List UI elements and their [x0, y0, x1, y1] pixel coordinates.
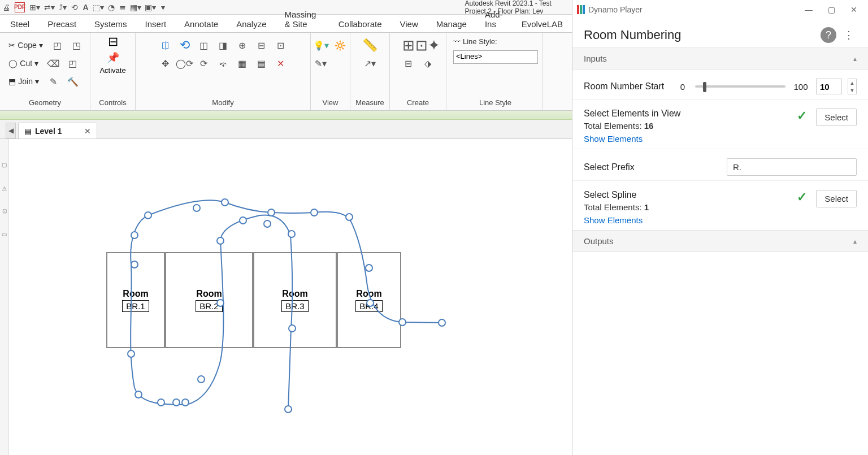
pdf-icon[interactable]: PDF [15, 2, 25, 12]
geom-icon-4[interactable]: ◰ [64, 55, 80, 71]
tab-collaborate[interactable]: Collaborate [329, 16, 391, 32]
measure2-icon[interactable]: ↗▾ [362, 55, 378, 71]
trim-icon[interactable]: ⊕ [235, 37, 250, 53]
align-icon[interactable]: ⎅ [158, 37, 173, 53]
canvas[interactable]: ▢◬⊡▭ Room BR.1 Room BR.2 Room BR.3 Room … [0, 139, 572, 455]
edit-icon[interactable]: ✎▾ [313, 55, 329, 71]
bulb-icon[interactable]: 💡▾ [313, 37, 329, 53]
tab-manage[interactable]: Manage [427, 16, 476, 32]
array-icon[interactable]: ▦ [235, 55, 250, 71]
offset-icon[interactable]: ⟲ [177, 37, 193, 53]
tab-addins[interactable]: Add-Ins [476, 6, 513, 32]
more-icon[interactable]: ⋮ [841, 27, 857, 43]
delete-icon[interactable]: ✕ [273, 55, 289, 71]
tab-scroll-left[interactable]: ◀ [6, 123, 16, 138]
tab-analyze[interactable]: Analyze [227, 16, 275, 32]
join-button[interactable]: ⬒ Join ▾ [5, 76, 42, 87]
tab-view[interactable]: View [390, 16, 427, 32]
doc-tab-level1[interactable]: ▤Level 1 ✕ [18, 123, 97, 138]
geom-icon-5[interactable]: ✎ [46, 73, 62, 89]
align-icon[interactable]: ⊞▾ [29, 2, 40, 12]
panel-geometry: ✂ Cope ▾ ◰ ◳ ◯ Cut ▾ ⌫ ◰ ⬒ Join ▾ ✎ 🔨 Ge… [0, 33, 90, 110]
room-3[interactable]: Room BR.3 [253, 252, 337, 348]
tab-precast[interactable]: Precast [38, 16, 85, 32]
panel-title: Line Style [479, 96, 511, 110]
close-icon[interactable]: ✕ [844, 3, 863, 16]
total-elements: Total Elements: 1 [584, 202, 791, 212]
mirror2-icon[interactable]: ◨ [215, 37, 231, 53]
spin-down-icon: ▼ [848, 86, 856, 94]
inputs-header[interactable]: Inputs ▴ [572, 47, 868, 70]
create-icon-2[interactable]: ⊡✦ [420, 37, 436, 53]
geom-icon-3[interactable]: ⌫ [45, 55, 61, 71]
split-icon[interactable]: ⊟ [254, 37, 270, 53]
copy-icon[interactable]: ◯⟳ [177, 55, 193, 71]
create-icon-3[interactable]: ⊟ [401, 55, 416, 71]
room-number: BR.1 [122, 300, 149, 312]
svg-point-24 [285, 406, 292, 413]
geom-icon-1[interactable]: ◰ [50, 37, 66, 53]
text-icon[interactable]: A [83, 2, 89, 12]
svg-point-7 [268, 209, 275, 216]
measure-icon[interactable]: 📏 [362, 37, 378, 53]
create-icon-4[interactable]: ⬗ [420, 55, 436, 71]
spinner[interactable]: ▲▼ [848, 79, 857, 94]
geom-icon-6[interactable]: 🔨 [65, 73, 81, 89]
show-elements-link[interactable]: Show Elements [584, 134, 643, 144]
move-icon[interactable]: ✥ [158, 55, 173, 71]
tab-steel[interactable]: Steel [1, 16, 38, 32]
trim-ext-icon[interactable]: ⤽ [215, 55, 231, 71]
panel-measure: 📏 ↗▾ Measure [350, 33, 390, 110]
grid-icon[interactable]: ▦▾ [131, 2, 141, 12]
slider-value-input[interactable] [816, 79, 842, 94]
select-button[interactable]: Select [816, 190, 857, 207]
outputs-header[interactable]: Outputs ▴ [572, 230, 868, 252]
rotate-icon[interactable]: ⟳ [196, 55, 212, 71]
circle-icon[interactable]: ◔ [108, 2, 115, 12]
show-elements-link[interactable]: Show Elements [584, 215, 643, 225]
room-2[interactable]: Room BR.2 [165, 252, 253, 348]
dynamo-titlebar[interactable]: Dynamo Player — ▢ ✕ [572, 0, 868, 19]
list-icon[interactable]: ≣ [119, 2, 126, 12]
rotate-icon[interactable]: ⟲ [71, 2, 78, 12]
dimension-icon[interactable]: ⇄▾ [44, 2, 54, 12]
collapse-icon: ▴ [853, 237, 857, 245]
maximize-icon[interactable]: ▢ [822, 3, 841, 16]
room-label: Room [196, 289, 222, 299]
cope-button[interactable]: ✂ Cope ▾ [5, 40, 46, 51]
prefix-input[interactable] [727, 158, 857, 176]
panel-title: View [323, 96, 338, 110]
revit-window: 🖨 PDF ⊞▾ ⇄▾ ⤴▾ ⟲ A ⬚▾ ◔ ≣ ▦▾ ▣▾ ▾ Autode… [0, 0, 572, 455]
view-controls[interactable]: ▢◬⊡▭ [0, 139, 9, 455]
room-1[interactable]: Room BR.1 [106, 252, 165, 348]
close-icon[interactable]: ✕ [84, 127, 91, 136]
page-icon[interactable]: ▣▾ [145, 2, 155, 12]
room-number: BR.4 [355, 300, 382, 312]
input-room-number-start: Room Number Start 0 100 ▲▼ [572, 70, 868, 99]
tab-insert[interactable]: Insert [136, 16, 176, 32]
geom-icon-2[interactable]: ◳ [69, 37, 85, 53]
select-button[interactable]: Select [816, 109, 857, 126]
create-icon-1[interactable]: ⊞ [401, 37, 416, 53]
tab-annotate[interactable]: Annotate [175, 16, 227, 32]
help-icon[interactable]: ? [821, 27, 836, 43]
sun-icon[interactable]: 🔆 [332, 37, 348, 53]
cut-button[interactable]: ◯ Cut ▾ [5, 58, 42, 69]
gap-icon[interactable]: ⊡ [273, 37, 289, 53]
overflow-icon[interactable]: ▾ [160, 2, 166, 12]
tab-massing[interactable]: Massing & Site [276, 6, 329, 32]
group-icon[interactable]: ▤ [254, 55, 270, 71]
cube-icon[interactable]: ⬚▾ [93, 2, 103, 12]
tab-evolvelab[interactable]: EvolveLAB [513, 16, 572, 32]
mirror-icon[interactable]: ◫ [196, 37, 212, 53]
tab-systems[interactable]: Systems [85, 16, 136, 32]
slider-max: 100 [791, 82, 810, 92]
tag-icon[interactable]: ⤴▾ [59, 2, 67, 12]
slider[interactable] [695, 85, 785, 88]
print-icon[interactable]: 🖨 [2, 2, 10, 12]
dynamo-logo-icon [577, 5, 585, 14]
minimize-icon[interactable]: — [799, 3, 818, 16]
activate-button[interactable]: ⊟ 📌 Activate [99, 37, 127, 71]
room-4[interactable]: Room BR.4 [337, 252, 401, 348]
line-style-select[interactable]: <Lines> [453, 50, 538, 64]
